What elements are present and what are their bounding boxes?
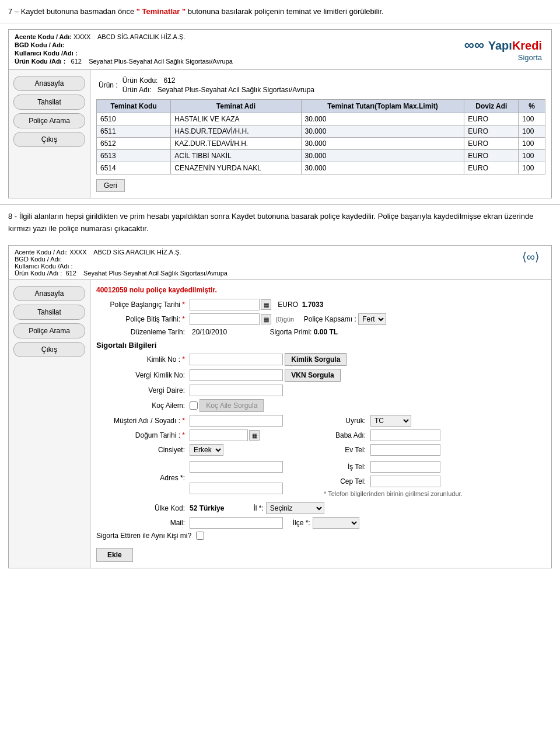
uyruk-label: Uyruk:	[324, 417, 370, 425]
adres-input2[interactable]	[190, 483, 283, 494]
is-tel-input[interactable]	[370, 461, 440, 473]
logo-sub: Sigorta	[464, 53, 542, 62]
acente-code: XXXX	[74, 33, 90, 40]
vergi-kimlik-input[interactable]	[190, 369, 283, 381]
baslangic-cal-icon[interactable]: ▦	[261, 299, 271, 310]
kapsam-select[interactable]: Fert Aile	[358, 313, 386, 325]
euro-label: EURO	[278, 301, 298, 309]
sigorta-ettiren-row: Sigorta Ettiren ile Aynı Kişi mi?	[96, 532, 545, 540]
mail-label: Mail:	[96, 519, 190, 527]
adres-label: Adres *:	[96, 474, 190, 482]
header2: Acente Kodu / Adı: XXXX ABCD SİG.ARACILI…	[9, 246, 551, 280]
sidebar-btn-tahsilat[interactable]: Tahsilat	[13, 95, 85, 110]
mail-row: Mail: İlçe *:	[96, 517, 545, 529]
sidebar2-btn-anasayfa[interactable]: Anasayfa	[13, 286, 85, 301]
dogum-label: Doğum Tarihi : *	[96, 431, 190, 439]
h2-urun-label: Ürün Kodu /Adı :	[15, 270, 62, 277]
kimlik-input[interactable]	[190, 354, 283, 365]
h2-bgd-label: BGD Kodu / Adı:	[15, 256, 62, 263]
duzenleme-row: Düzenleme Tarih: 20/10/2010 Sigorta Prim…	[96, 328, 545, 336]
ulke-row: Ülke Kod: 52 Türkiye İl *: Seçiniz	[96, 502, 545, 514]
il-select[interactable]: Seçiniz	[266, 502, 324, 514]
sidebar2: Anasayfa Tahsilat Poliçe Arama Çıkış	[9, 280, 90, 568]
baba-label: Baba Adı:	[324, 431, 370, 439]
content-area1: Ürün : Ürün Kodu: 612 Ürün Adı: Seyahat …	[90, 70, 551, 198]
teminat-row: 6510HASTALIK VE KAZA30.000EURO100	[97, 113, 545, 125]
yapıkredi-logo: ∞∞ YapıKredi Sigorta	[464, 37, 542, 62]
ekle-area: Ekle	[96, 544, 545, 562]
cep-tel-input[interactable]	[370, 476, 440, 487]
duzenleme-val: 20/10/2010	[192, 328, 227, 336]
urun-kodu-val: 612	[163, 76, 175, 85]
vergi-daire-label: Vergi Daire:	[96, 386, 190, 394]
adres-area: Adres *: İş Tel: Cep Tel:	[96, 461, 545, 500]
header1: Acente Kodu / Adı: XXXX ABCD SİG.ARACILI…	[9, 30, 551, 70]
bitis-label: Poliçe Bitiş Tarihi: *	[96, 315, 190, 323]
vergi-daire-input[interactable]	[190, 385, 283, 396]
urun-info-label: Ürün :	[99, 81, 118, 89]
musteri-label: Müşteri Adı / Soyadı : *	[96, 417, 190, 425]
cinsiyet-label: Cinsiyet:	[96, 446, 190, 454]
section1-block: Acente Kodu / Adı: XXXX ABCD SİG.ARACILI…	[8, 29, 552, 198]
geri-button[interactable]: Geri	[96, 179, 125, 192]
section8-text: 8 - İlgili alanların hepsi girildikten v…	[0, 204, 560, 240]
urun-kodu-label: Ürün Kodu:	[123, 76, 158, 85]
koc-aile-checkbox[interactable]	[190, 401, 198, 410]
musteri-dogum-area: Müşteri Adı / Soyadı : * Doğum Tarihi : …	[96, 415, 545, 459]
musteri-input[interactable]	[190, 415, 283, 427]
prim-label: Sigorta Primi:	[270, 328, 312, 336]
kimlik-sorgula-btn[interactable]: Kimlik Sorgula	[285, 353, 346, 366]
urun-info: Ürün : Ürün Kodu: 612 Ürün Adı: Seyahat …	[96, 76, 545, 95]
bitis-cal-icon[interactable]: ▦	[261, 314, 271, 324]
teminat-row: 6511HAS.DUR.TEDAVİ/H.H.30.000EURO100	[97, 125, 545, 137]
header2-right: ⟨∞⟩	[516, 249, 545, 277]
urun-name: Seyahat Plus-Seyahat Acil Sağlık Sigorta…	[89, 58, 233, 65]
vkn-sorgula-btn[interactable]: VKN Sorgula	[285, 369, 340, 382]
sigorta-bilgileri-heading: Sigortalı Bilgileri	[96, 341, 545, 350]
koc-sorgula-btn[interactable]: Koç Aile Sorgula	[200, 399, 264, 412]
sigorta-ettiren-checkbox[interactable]	[196, 532, 204, 540]
bitis-input[interactable]	[190, 313, 260, 325]
dogum-cal-icon[interactable]: ▦	[249, 430, 260, 441]
h2-acente-label: Acente Kodu / Adı:	[15, 249, 68, 256]
adres-inputs	[190, 461, 283, 494]
h2-acente-code: XXXX	[69, 249, 86, 256]
prim-val: 0.00 TL	[314, 328, 338, 336]
dogum-input[interactable]	[190, 429, 248, 441]
ev-tel-label: Ev Tel:	[324, 446, 370, 454]
mail-input[interactable]	[190, 517, 283, 529]
sidebar2-btn-cikis[interactable]: Çıkış	[13, 342, 85, 357]
urun-adi-val: Seyahat Plus-Seyahat Acil Sağlık Sigorta…	[158, 86, 314, 94]
baba-input[interactable]	[370, 429, 440, 441]
main-content2: Anasayfa Tahsilat Poliçe Arama Çıkış 400…	[9, 280, 551, 568]
teminat-row: 6513ACİL TIBBİ NAKİL30.000EURO100	[97, 149, 545, 162]
sidebar2-btn-police-arama[interactable]: Poliçe Arama	[13, 323, 85, 338]
gun-label: (0)gün	[275, 316, 294, 323]
cinsiyet-select[interactable]: Erkek Kadın	[190, 444, 223, 456]
uyruk-select[interactable]: TC Yabancı	[370, 415, 411, 427]
ekle-button[interactable]: Ekle	[96, 548, 133, 562]
kimlik-row: Kimlik No : * Kimlik Sorgula	[96, 353, 545, 366]
sidebar2-btn-tahsilat[interactable]: Tahsilat	[13, 305, 85, 320]
koc-aile-label: Koç Ailem:	[96, 401, 190, 410]
th-teminat-kodu: Teminat Kodu	[97, 99, 171, 113]
header2-left: Acente Kodu / Adı: XXXX ABCD SİG.ARACILI…	[15, 249, 516, 277]
th-yuzde: %	[519, 99, 545, 113]
sidebar-btn-anasayfa[interactable]: Anasayfa	[13, 76, 85, 91]
teminat-row: 6514CENAZENİN YURDA NAKL30.000EURO100	[97, 162, 545, 174]
kullanici-label: Kullanıcı Kodu /Adı :	[15, 50, 78, 57]
teminat-row: 6512KAZ.DUR.TEDAVİ/H.H.30.000EURO100	[97, 137, 545, 149]
h2-urun-name: Seyahat Plus-Seyahat Acil Sağlık Sigorta…	[83, 270, 228, 277]
h2-acente-name: ABCD SİG.ARACILIK HİZ.A.Ş.	[93, 249, 181, 256]
sidebar-btn-police-arama[interactable]: Poliçe Arama	[13, 113, 85, 128]
baslangic-input[interactable]	[190, 299, 260, 310]
ev-tel-input[interactable]	[370, 444, 440, 456]
th-teminat-tutar: Teminat Tutarı(Toplam Max.Limit)	[301, 99, 464, 113]
baslangic-label: Poliçe Başlangıç Tarihi *	[96, 301, 190, 309]
ilce-select[interactable]	[313, 517, 359, 529]
header1-right: ∞∞ YapıKredi Sigorta	[455, 30, 551, 69]
sigorta-ettiren-label: Sigorta Ettiren ile Aynı Kişi mi?	[96, 532, 196, 540]
adres-input1[interactable]	[190, 461, 283, 473]
duzenleme-label: Düzenleme Tarih:	[96, 328, 190, 336]
sidebar-btn-cikis[interactable]: Çıkış	[13, 132, 85, 147]
